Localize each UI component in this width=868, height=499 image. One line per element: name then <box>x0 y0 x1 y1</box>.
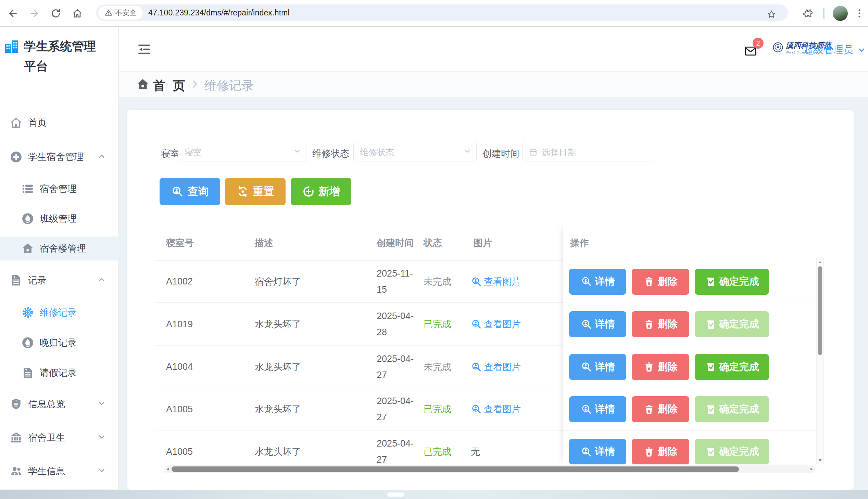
complete-button[interactable]: 确定完成 <box>695 269 769 295</box>
sidebar-item-label: 宿舍卫生 <box>28 431 65 444</box>
sidebar-item-班级管理[interactable]: 班级管理 <box>0 207 118 231</box>
cell-room: A1004 <box>166 346 193 388</box>
security-chip[interactable]: 不安全 <box>98 6 143 20</box>
url-text[interactable]: 47.100.239.234/dms/#/repair/index.html <box>148 8 290 17</box>
forward-icon[interactable] <box>27 7 41 20</box>
sidebar-item-维修记录[interactable]: 维修记录 <box>0 301 118 325</box>
breadcrumb-home-icon <box>136 77 150 91</box>
address-bar[interactable]: 不安全 47.100.239.234/dms/#/repair/index.ht… <box>96 4 788 21</box>
delete-button[interactable]: 删除 <box>632 311 689 337</box>
date-picker-input[interactable]: 选择日期 <box>522 143 655 161</box>
status-select[interactable]: 维修状态 <box>353 143 477 161</box>
status-select-placeholder: 维修状态 <box>360 147 394 158</box>
reset-button[interactable]: 重置 <box>225 178 286 205</box>
sidebar-item-label: 记录 <box>28 274 47 287</box>
app-logo: 学生系统管理 平台 <box>3 36 96 76</box>
scroll-right-icon[interactable] <box>808 465 815 473</box>
col-header-room: 寝室号 <box>166 237 194 249</box>
list-icon <box>21 182 34 195</box>
complete-button[interactable]: 确定完成 <box>695 396 769 422</box>
room-select[interactable]: 寝室 <box>178 143 306 161</box>
detail-button[interactable]: 详情 <box>569 269 626 295</box>
vertical-scrollbar-thumb[interactable] <box>818 266 822 355</box>
searchuser-icon <box>581 404 592 415</box>
view-image-link[interactable]: 查看图片 <box>471 403 521 415</box>
horizontal-scrollbar-thumb[interactable] <box>172 466 739 472</box>
chevron-up-icon <box>97 275 106 285</box>
circle-plus-icon <box>10 150 23 163</box>
cell-image: 查看图片 <box>471 346 521 388</box>
sidebar: 学生系统管理 平台 首页学生宿舍管理宿舍管理班级管理宿舍楼管理记录维修记录晚归记… <box>0 27 118 489</box>
detail-button[interactable]: 详情 <box>569 396 626 422</box>
user-menu[interactable]: 超级管理员 <box>804 43 866 57</box>
cell-status: 已完成 <box>424 303 451 346</box>
calendar-icon <box>529 148 538 157</box>
view-image-link[interactable]: 查看图片 <box>471 318 521 330</box>
sidebar-collapse-icon[interactable] <box>137 42 152 57</box>
complete-button[interactable]: 确定完成 <box>695 354 769 380</box>
detail-button[interactable]: 详情 <box>569 311 626 337</box>
sidebar-item-请假记录[interactable]: 请假记录 <box>0 361 118 385</box>
shield-icon <box>10 398 23 411</box>
sidebar-item-记录[interactable]: 记录 <box>0 268 118 292</box>
breadcrumb-home[interactable]: 首 页 <box>153 77 187 94</box>
back-icon[interactable] <box>6 7 20 20</box>
searchuser-icon <box>581 361 592 373</box>
scroll-up-icon[interactable] <box>817 258 823 266</box>
search-user-icon <box>471 362 482 373</box>
chevron-down-icon <box>853 45 866 55</box>
refresh-icon <box>237 185 249 198</box>
user-role-label: 超级管理员 <box>804 43 853 57</box>
sidebar-item-宿舍管理[interactable]: 宿舍管理 <box>0 177 118 201</box>
complete-button[interactable]: 确定完成 <box>695 311 769 337</box>
browser-menu-icon[interactable] <box>853 7 866 20</box>
extensions-icon[interactable] <box>801 7 814 20</box>
status-filter-label: 维修状态 <box>312 147 349 160</box>
delete-button[interactable]: 删除 <box>632 396 689 422</box>
search-button[interactable]: 查询 <box>160 178 220 205</box>
delete-button[interactable]: 删除 <box>632 354 689 380</box>
searchuser-icon <box>581 276 592 287</box>
row-divider <box>563 430 816 431</box>
scroll-down-icon[interactable] <box>817 457 823 464</box>
sidebar-item-学生宿舍管理[interactable]: 学生宿舍管理 <box>0 145 118 169</box>
scroll-left-icon[interactable] <box>164 465 171 473</box>
cell-desc: 宿舍灯坏了 <box>255 260 301 303</box>
cell-date: 2025-04-27 <box>377 388 414 430</box>
sidebar-item-信息总览[interactable]: 信息总览 <box>0 392 118 416</box>
add-button[interactable]: 新增 <box>291 178 351 205</box>
vertical-scrollbar[interactable] <box>816 258 824 464</box>
cell-desc: 水龙头坏了 <box>255 388 301 430</box>
security-label: 不安全 <box>115 8 137 17</box>
cell-image: 查看图片 <box>471 260 521 303</box>
date-placeholder: 选择日期 <box>542 147 576 158</box>
detail-button[interactable]: 详情 <box>569 354 626 380</box>
bottom-strip <box>0 490 868 499</box>
detail-button[interactable]: 详情 <box>569 439 626 464</box>
view-image-link[interactable]: 查看图片 <box>471 361 521 373</box>
sidebar-item-label: 晚归记录 <box>40 337 77 349</box>
cell-status: 未完成 <box>424 260 451 303</box>
home-icon[interactable] <box>71 7 84 20</box>
university-emblem-icon <box>772 41 784 53</box>
sidebar-item-宿舍楼管理[interactable]: 宿舍楼管理 <box>0 236 118 260</box>
browser-toolbar: 不安全 47.100.239.234/dms/#/repair/index.ht… <box>0 0 868 27</box>
chevron-right-icon <box>189 78 201 92</box>
sidebar-item-晚归记录[interactable]: 晚归记录 <box>0 331 118 355</box>
sidebar-item-学生信息[interactable]: 学生信息 <box>0 459 118 483</box>
complete-button[interactable]: 确定完成 <box>695 439 769 464</box>
sidebar-item-首页[interactable]: 首页 <box>0 111 118 135</box>
checkcard-icon <box>705 404 716 415</box>
sidebar-item-宿舍卫生[interactable]: 宿舍卫生 <box>0 426 118 450</box>
view-image-link[interactable]: 查看图片 <box>471 276 521 288</box>
reload-icon[interactable] <box>49 7 63 20</box>
cell-room: A1002 <box>166 260 193 303</box>
bookmark-star-icon[interactable] <box>765 8 778 21</box>
drop-icon <box>21 336 34 349</box>
delete-button[interactable]: 删除 <box>632 269 689 295</box>
profile-avatar[interactable] <box>833 6 848 21</box>
room-select-placeholder: 寝室 <box>185 147 202 158</box>
delete-button[interactable]: 删除 <box>632 439 689 464</box>
cell-image: 查看图片 <box>471 388 521 430</box>
horizontal-scrollbar[interactable] <box>164 465 815 473</box>
